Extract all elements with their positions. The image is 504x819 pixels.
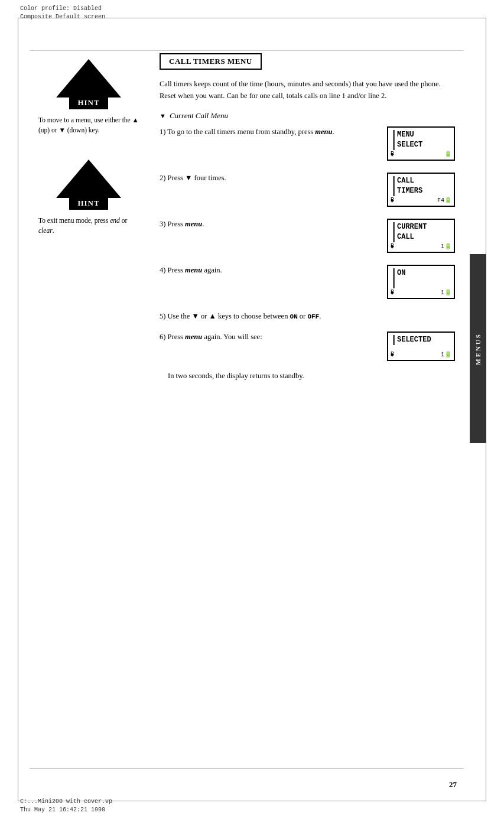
- section-heading: Current Call Menu: [160, 111, 455, 121]
- lcd4-bottom: B 1🔋: [391, 289, 451, 296]
- lcd2-bottom: B F4🔋: [391, 197, 451, 204]
- meta-line2: Composite Default screen: [20, 13, 105, 21]
- lcd6-b: B: [391, 351, 394, 358]
- hint-text-1: To move to a menu, use either the ▲ (up)…: [38, 115, 139, 136]
- hint-triangle-2: [56, 160, 121, 198]
- step-4-lcd: ON B 1🔋: [387, 265, 455, 299]
- step-5-row: 5) Use the ▼ or ▲ keys to choose between…: [160, 311, 455, 322]
- lcd3-line1: CURRENT: [397, 222, 450, 232]
- lcd1-line1: MENU: [397, 130, 450, 140]
- step-1-lcd: MENU SELECT B 🔋: [387, 126, 455, 161]
- lcd6-line1: SELECTED: [397, 335, 450, 345]
- intro-paragraph: Call timers keeps count of the time (hou…: [160, 78, 455, 102]
- lcd3-line2: CALL: [397, 232, 450, 242]
- bottom-metadata: C:...Mini200 with cover.vp Thu May 21 16…: [20, 798, 112, 814]
- step-2-lcd: CALL TIMERS B F4🔋: [387, 173, 455, 207]
- top-metadata: Color profile: Disabled Composite Defaul…: [20, 5, 105, 21]
- meta-line3: C:...Mini200 with cover.vp: [20, 798, 112, 806]
- hint-label-1: HINT: [69, 96, 108, 109]
- step-2-text: 2) Press ▼ four times.: [160, 173, 381, 184]
- lcd6-battery: 1🔋: [441, 351, 451, 358]
- hint-label-2: HINT: [69, 197, 108, 210]
- step-3-lcd: CURRENT CALL B 1🔋: [387, 219, 455, 253]
- step-6-row: 6) Press menu again. You will see: SELEC…: [160, 332, 455, 361]
- section-title: CALL TIMERS MENU: [160, 53, 262, 70]
- section-heading-text: Current Call Menu: [170, 111, 228, 121]
- lcd2-line1: CALL: [397, 176, 450, 186]
- hint-box-1: HINT To move to a menu, use either the ▲…: [30, 59, 148, 136]
- lcd3-b: B: [391, 243, 394, 250]
- lcd3-bottom: B 1🔋: [391, 243, 451, 250]
- bottom-rule: [30, 768, 464, 769]
- top-rule: [30, 50, 464, 51]
- lcd1-battery: 🔋: [444, 151, 451, 158]
- lcd6-bottom: B 1🔋: [391, 351, 451, 358]
- hint-triangle-1: [56, 59, 121, 98]
- lcd1-b: B: [391, 151, 394, 158]
- standby-text: In two seconds, the display returns to s…: [168, 370, 455, 382]
- right-tab-label: MENUS: [474, 333, 482, 365]
- lcd1-line2: SELECT: [397, 140, 450, 150]
- step-6-lcd: SELECTED B 1🔋: [387, 332, 455, 361]
- step-4-text: 4) Press menu again.: [160, 265, 381, 276]
- step-1-text: 1) To go to the call timers menu from st…: [160, 126, 381, 138]
- right-tab: MENUS: [470, 254, 486, 443]
- step-3-row: 3) Press menu. CURRENT CALL B 1🔋: [160, 219, 455, 253]
- meta-line4: Thu May 21 16:42:21 1998: [20, 806, 112, 814]
- left-panel: HINT To move to a menu, use either the ▲…: [30, 59, 148, 254]
- meta-line1: Color profile: Disabled: [20, 5, 105, 13]
- lcd3-battery: 1🔋: [441, 243, 451, 250]
- lcd2-f4: F4🔋: [437, 197, 451, 204]
- lcd4-line1: ON: [397, 268, 450, 278]
- step-4-row: 4) Press menu again. ON B 1🔋: [160, 265, 455, 299]
- lcd2-line2: TIMERS: [397, 186, 450, 196]
- step-6-text: 6) Press menu again. You will see:: [160, 332, 381, 343]
- hint-box-2: HINT To exit menu mode, press end or cle…: [30, 160, 148, 236]
- step-3-text: 3) Press menu.: [160, 219, 381, 230]
- lcd4-b: B: [391, 289, 394, 296]
- lcd1-bottom: B 🔋: [391, 151, 451, 158]
- lcd4-battery: 1🔋: [441, 289, 451, 296]
- lcd2-b: B: [391, 197, 394, 204]
- lcd4-line2: [397, 278, 450, 288]
- step-1-row: 1) To go to the call timers menu from st…: [160, 126, 455, 161]
- hint-text-2: To exit menu mode, press end or clear.: [38, 216, 139, 236]
- main-content: CALL TIMERS MENU Call timers keeps count…: [160, 53, 455, 382]
- page-number: 27: [449, 780, 457, 789]
- step-2-row: 2) Press ▼ four times. CALL TIMERS B F4🔋: [160, 173, 455, 207]
